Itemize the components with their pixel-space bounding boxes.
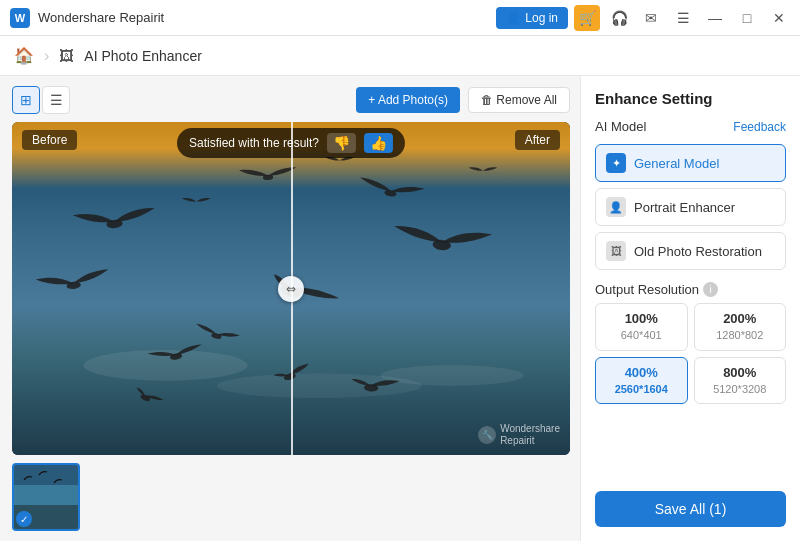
page-title: AI Photo Enhancer [84, 48, 202, 64]
model-option-general[interactable]: ✦ General Model [595, 144, 786, 182]
user-icon: 👤 [506, 11, 521, 25]
resolution-100[interactable]: 100% 640*401 [595, 303, 688, 351]
ai-model-section: AI Model Feedback ✦ General Model 👤 Port… [595, 119, 786, 270]
mail-button[interactable]: ✉ [638, 5, 664, 31]
general-model-label: General Model [634, 156, 719, 171]
oldphoto-model-label: Old Photo Restoration [634, 244, 762, 259]
menu-button[interactable]: ☰ [670, 5, 696, 31]
portrait-model-icon: 👤 [606, 197, 626, 217]
svg-point-1 [217, 373, 422, 398]
thumbdown-button[interactable]: 👎 [327, 133, 356, 153]
svg-point-6 [66, 281, 81, 290]
svg-point-4 [384, 189, 397, 197]
title-bar-left: W Wondershare Repairit [10, 8, 164, 28]
ai-model-header: AI Model Feedback [595, 119, 786, 134]
thumbnail-strip: ✓ [12, 463, 570, 531]
toolbar-actions: + Add Photo(s) 🗑 Remove All [356, 87, 570, 113]
svg-point-12 [283, 372, 296, 381]
before-label: Before [22, 130, 77, 150]
maximize-button[interactable]: □ [734, 5, 760, 31]
minimize-button[interactable]: — [702, 5, 728, 31]
svg-point-0 [84, 350, 248, 381]
view-toggle: ⊞ ☰ [12, 86, 70, 114]
cart-button[interactable]: 🛒 [574, 5, 600, 31]
resolution-section: Output Resolution i 100% 640*401 200% 12… [595, 282, 786, 404]
svg-point-5 [263, 175, 273, 181]
login-button[interactable]: 👤 Log in [496, 7, 568, 29]
remove-all-button[interactable]: 🗑 Remove All [468, 87, 570, 113]
satisfied-text: Satisfied with the result? [189, 136, 319, 150]
svg-point-8 [211, 332, 222, 340]
feedback-link[interactable]: Feedback [733, 120, 786, 134]
portrait-model-label: Portrait Enhancer [634, 200, 735, 215]
nav-bar: 🏠 › 🖼 AI Photo Enhancer [0, 36, 800, 76]
title-bar-right: 👤 Log in 🛒 🎧 ✉ ☰ — □ ✕ [496, 5, 792, 31]
right-panel: Enhance Setting AI Model Feedback ✦ Gene… [580, 76, 800, 541]
save-all-button[interactable]: Save All (1) [595, 491, 786, 527]
nav-page-icon: 🖼 [59, 47, 74, 64]
preview-area[interactable]: Before After Satisfied with the result? … [12, 122, 570, 455]
general-model-icon: ✦ [606, 153, 626, 173]
ai-model-label: AI Model [595, 119, 646, 134]
close-button[interactable]: ✕ [766, 5, 792, 31]
resolution-info-icon[interactable]: i [703, 282, 718, 297]
thumbnail-check: ✓ [16, 511, 32, 527]
add-photos-button[interactable]: + Add Photo(s) [356, 87, 460, 113]
left-panel: ⊞ ☰ + Add Photo(s) 🗑 Remove All [0, 76, 580, 541]
svg-point-13 [364, 384, 379, 392]
thumbup-button[interactable]: 👍 [364, 133, 393, 153]
model-option-oldphoto[interactable]: 🖼 Old Photo Restoration [595, 232, 786, 270]
watermark: 🔧 Wondershare Repairit [478, 423, 560, 447]
home-icon[interactable]: 🏠 [14, 46, 34, 65]
resolution-400[interactable]: 400% 2560*1604 [595, 357, 688, 405]
svg-point-3 [106, 219, 123, 229]
nav-separator: › [44, 47, 49, 65]
svg-point-9 [170, 352, 183, 360]
svg-point-7 [432, 239, 451, 251]
panel-title: Enhance Setting [595, 90, 786, 107]
watermark-icon: 🔧 [478, 426, 496, 444]
grid-view-button[interactable]: ⊞ [12, 86, 40, 114]
list-view-button[interactable]: ☰ [42, 86, 70, 114]
svg-point-2 [381, 365, 524, 385]
main-content: ⊞ ☰ + Add Photo(s) 🗑 Remove All [0, 76, 800, 541]
title-bar: W Wondershare Repairit 👤 Log in 🛒 🎧 ✉ ☰ … [0, 0, 800, 36]
app-icon: W [10, 8, 30, 28]
toolbar: ⊞ ☰ + Add Photo(s) 🗑 Remove All [12, 86, 570, 114]
app-title: Wondershare Repairit [38, 10, 164, 25]
watermark-text: Wondershare Repairit [500, 423, 560, 447]
headphones-button[interactable]: 🎧 [606, 5, 632, 31]
resolution-label: Output Resolution [595, 282, 699, 297]
oldphoto-model-icon: 🖼 [606, 241, 626, 261]
thumbnail-item[interactable]: ✓ [12, 463, 80, 531]
model-option-portrait[interactable]: 👤 Portrait Enhancer [595, 188, 786, 226]
resolution-label-row: Output Resolution i [595, 282, 786, 297]
resolution-200[interactable]: 200% 1280*802 [694, 303, 787, 351]
resolution-grid: 100% 640*401 200% 1280*802 400% 2560*160… [595, 303, 786, 404]
svg-point-11 [140, 393, 151, 402]
divider-handle[interactable]: ⇔ [278, 276, 304, 302]
resolution-800[interactable]: 800% 5120*3208 [694, 357, 787, 405]
photo-background: Before After Satisfied with the result? … [12, 122, 570, 455]
after-label: After [515, 130, 560, 150]
